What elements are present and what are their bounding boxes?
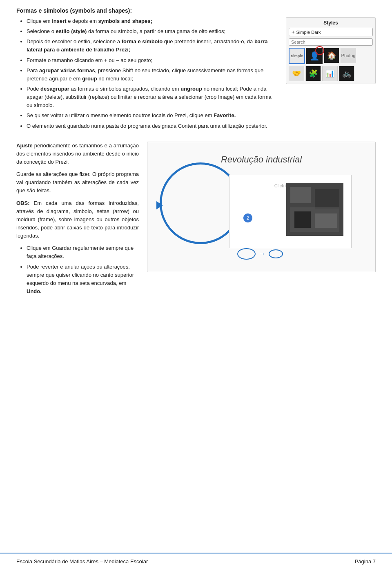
middle-left-text: Ajuste periódicamente os tamanhos e a ar… xyxy=(16,142,139,300)
main-bullet-list: Clique em insert e depois em symbols and… xyxy=(16,17,278,130)
main-text-area: Clique em insert e depois em symbols and… xyxy=(16,17,278,134)
photo-label: Photog xyxy=(341,53,356,58)
footer-left: Escola Secundária de Matias Aires – Medi… xyxy=(16,558,148,565)
bullet-8: O elemento será guardado numa pasta do p… xyxy=(27,122,278,130)
bullet-7: Se quiser voltar a utilizar o mesmo elem… xyxy=(27,111,278,120)
puzzle-icon: 🧩 xyxy=(309,69,318,78)
style-chart[interactable]: 📊 xyxy=(322,66,338,81)
bullet-2: Selecione o estilo (style) da forma ou s… xyxy=(27,27,278,36)
arrow-indicator xyxy=(156,201,163,209)
bullet-3: Depois de escolher o estilo, selecione a… xyxy=(27,38,278,54)
style-puzzle[interactable]: 🧩 xyxy=(305,66,321,81)
plus-icon: + xyxy=(292,29,295,35)
save-paragraph: Guarde as alterações que fizer. O própri… xyxy=(16,170,139,195)
section-title-text: Formas e símbolos (symbols and shapes): xyxy=(16,7,132,14)
bottom-bullet-list: Clique em Guardar regularmente sempre qu… xyxy=(16,244,139,296)
style-handshake[interactable]: 🤝 xyxy=(289,66,304,81)
bottom-bullet-1: Clique em Guardar regularmente sempre qu… xyxy=(27,244,139,260)
style-home-dark[interactable]: 🏠 xyxy=(324,48,339,63)
canvas-arrow: → xyxy=(259,250,265,258)
footer-right: Página 7 xyxy=(355,558,376,565)
style-person-dark[interactable]: 👤 xyxy=(306,48,323,64)
obs-paragraph: OBS: Em cada uma das formas introduzidas… xyxy=(16,199,139,240)
search-input[interactable] xyxy=(289,38,373,46)
style-simple[interactable]: Simple xyxy=(289,48,305,64)
styles-row-1: Simple 👤 🏠 Photog xyxy=(289,48,373,64)
canvas-photo xyxy=(286,183,343,236)
svg-rect-1 xyxy=(290,187,311,203)
simple-dark-button[interactable]: + Simple Dark xyxy=(289,28,373,36)
svg-rect-5 xyxy=(315,213,337,228)
section-title: Formas e símbolos (symbols and shapes): xyxy=(16,7,376,14)
handshake-icon: 🤝 xyxy=(292,69,301,78)
canvas-shape-row: → xyxy=(237,248,283,260)
bike-icon: 🚲 xyxy=(342,69,351,78)
bullet-1: Clique em insert e depois em symbols and… xyxy=(27,17,278,25)
red-highlight-circle xyxy=(315,46,324,55)
style-photo[interactable]: Photog xyxy=(341,48,356,63)
chart-icon: 📊 xyxy=(325,69,334,78)
styles-panel-title: Styles xyxy=(289,20,373,26)
style-bike[interactable]: 🚲 xyxy=(339,66,354,81)
prezi-canvas-area: Revolução industrial Click to add text xyxy=(147,142,376,300)
prezi-title: Revolução industrial xyxy=(221,154,302,165)
svg-rect-2 xyxy=(315,189,339,209)
canvas-ellipse-2 xyxy=(269,249,283,258)
simple-dark-label: Simple Dark xyxy=(296,30,321,35)
adjust-paragraph: Ajuste periódicamente os tamanhos e a ar… xyxy=(16,142,139,166)
styles-icons-row: 🤝 🧩 📊 🚲 xyxy=(289,66,373,81)
footer: Escola Secundária de Matias Aires – Medi… xyxy=(0,553,392,569)
bullet-6: Pode desagrupar as formas e símbolos agr… xyxy=(27,85,278,109)
bullet-5: Para agrupar várias formas, pressione Sh… xyxy=(27,67,278,83)
svg-rect-4 xyxy=(294,211,311,228)
bottom-bullet-2: Pode reverter e anular ações ou alteraçõ… xyxy=(27,263,139,296)
home-icon: 🏠 xyxy=(327,51,336,60)
simple-label: Simple xyxy=(291,54,303,58)
number-badge: 2 xyxy=(243,213,252,222)
styles-panel: Styles + Simple Dark Simple 👤 xyxy=(286,17,376,134)
canvas-ellipse-1 xyxy=(237,248,256,260)
bullet-4: Formate o tamanho clicando em + ou – ao … xyxy=(27,56,278,64)
prezi-canvas: Revolução industrial Click to add text xyxy=(147,142,376,272)
